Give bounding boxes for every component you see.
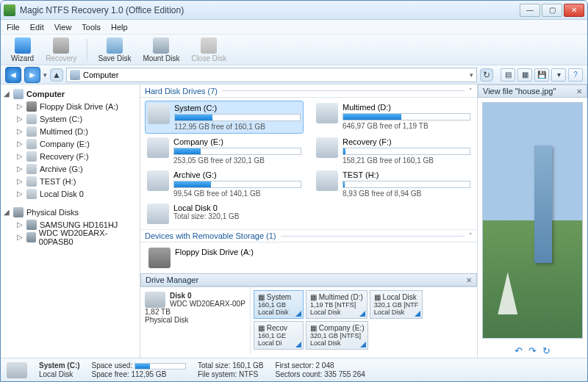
tree-item[interactable]: ▷WDC WD20EARX-00PASB0 xyxy=(1,231,140,243)
drive-manager: Disk 0 WDC WD20EARX-00P 1,82 TB Physical… xyxy=(140,286,477,354)
maximize-button[interactable]: ▢ xyxy=(542,4,562,17)
address-dropdown-icon[interactable]: ▾ xyxy=(470,71,473,79)
view-toggle-1[interactable]: ▤ xyxy=(501,68,515,82)
refresh-button[interactable]: ↻ xyxy=(480,68,493,82)
drive-icon xyxy=(147,170,169,191)
partition[interactable]: ▦ Multimed (D:)1,19 TB [NTFS]Local Disk xyxy=(306,290,368,319)
forward-button[interactable]: ► xyxy=(24,67,40,83)
mount-disk-button[interactable]: Mount Disk xyxy=(137,36,185,64)
menu-edit[interactable]: Edit xyxy=(30,23,44,32)
status-fs: File system: NTFS xyxy=(198,370,264,378)
status-free: Space free: 112,95 GB xyxy=(92,370,186,378)
save-disk-button[interactable]: Save Disk xyxy=(92,36,137,64)
floppy-icon xyxy=(148,248,171,268)
recovery-icon xyxy=(53,37,69,54)
menubar: File Edit View Tools Help xyxy=(1,20,587,35)
view-toggle-3[interactable]: 💾 xyxy=(534,68,549,82)
drive-icon xyxy=(7,362,27,378)
tree-physical-disks[interactable]: ◢Physical Disks xyxy=(1,206,140,218)
partition[interactable]: ▦ Local Disk320,1 GB [NTFLocal Disk xyxy=(370,290,423,319)
tree-panel: ◢Computer ▷Floppy Disk Drive (A:) ▷Syste… xyxy=(1,84,140,358)
drive-item[interactable]: Multimed (D:)646,97 GB free of 1,19 TB xyxy=(314,101,473,134)
tree-item[interactable]: ▷Archive (G:) xyxy=(1,162,140,175)
menu-view[interactable]: View xyxy=(54,23,72,32)
section-hdd[interactable]: Hard Disk Drives (7)˄ xyxy=(140,84,477,98)
drive-item[interactable]: Company (E:)253,05 GB free of 320,1 GB xyxy=(145,135,304,167)
close-panel-icon[interactable]: ✕ xyxy=(466,276,472,284)
drive-item[interactable]: Recovery (F:)158,21 GB free of 160,1 GB xyxy=(314,135,473,167)
tree-item[interactable]: ▷Recovery (F:) xyxy=(1,150,140,162)
status-first-sector: First sector: 2 048 xyxy=(275,361,365,370)
recovery-button: Recovery xyxy=(40,36,82,64)
status-sector-count: Sectors count: 335 755 264 xyxy=(275,370,365,378)
up-button[interactable]: ▲ xyxy=(50,68,63,82)
address-bar[interactable]: ▾ xyxy=(66,68,477,82)
refresh-icon[interactable]: ↻ xyxy=(542,345,551,356)
drive-icon xyxy=(148,104,170,124)
tree-item[interactable]: ▷Floppy Disk Drive (A:) xyxy=(1,100,140,112)
tree-item[interactable]: ▷Company (E:) xyxy=(1,137,140,150)
close-panel-icon[interactable]: ✕ xyxy=(576,87,582,96)
status-used-label: Space used: xyxy=(92,361,133,370)
drive-icon xyxy=(26,176,37,187)
drive-icon xyxy=(26,164,37,174)
drive-item[interactable]: Local Disk 0Total size: 320,1 GB xyxy=(145,201,304,226)
undo-icon[interactable]: ↶ xyxy=(514,345,523,356)
partition[interactable]: ▦ System160,1 GBLocal Disk xyxy=(254,290,304,319)
view-toggle-2[interactable]: ▦ xyxy=(517,68,532,82)
chevron-up-icon: ˄ xyxy=(469,232,473,239)
drive-item[interactable]: Floppy Disk Drive (A:) xyxy=(146,245,471,270)
redo-icon[interactable]: ↷ xyxy=(528,345,537,356)
toolbar: Wizard Recovery Save Disk Mount Disk Clo… xyxy=(1,35,587,65)
tree-item[interactable]: ▷Multimed (D:) xyxy=(1,125,140,137)
drive-icon xyxy=(316,103,338,123)
drive-item[interactable]: Archive (G:)99,54 GB free of 140,1 GB xyxy=(145,168,304,200)
physical-disk-icon xyxy=(13,207,24,217)
main-panel: Hard Disk Drives (7)˄ System (C:)112,95 … xyxy=(140,84,477,358)
tree-item[interactable]: ▷TEST (H:) xyxy=(1,175,140,187)
menu-tools[interactable]: Tools xyxy=(82,23,101,32)
section-removable[interactable]: Devices with Removable Storage (1)˄ xyxy=(140,229,477,242)
address-input[interactable] xyxy=(83,71,467,79)
drive-icon xyxy=(26,139,37,149)
close-button[interactable]: ✕ xyxy=(564,4,584,17)
preview-image xyxy=(482,102,583,339)
partition[interactable]: ▦ Company (E:)320,1 GB [NTFS]Local Disk xyxy=(306,321,368,350)
wizard-icon xyxy=(15,37,31,54)
drive-icon xyxy=(26,151,37,162)
drives-grid: System (C:)112,95 GB free of 160,1 GBMul… xyxy=(140,98,477,229)
status-used-bar xyxy=(135,363,186,370)
status-bar: System (C:)Local Disk Space used: Space … xyxy=(1,358,587,381)
physical-disk-icon xyxy=(26,220,37,230)
computer-icon xyxy=(70,70,80,80)
save-disk-icon xyxy=(107,37,123,54)
titlebar: Magic NTFS Recovery 1.0 (Office Edition)… xyxy=(1,1,587,20)
drive-icon xyxy=(26,126,37,137)
disk-icon xyxy=(145,292,165,308)
disk-summary[interactable]: Disk 0 WDC WD20EARX-00P 1,82 TB Physical… xyxy=(140,287,251,354)
physical-disk-icon xyxy=(26,232,36,242)
computer-icon xyxy=(13,89,24,99)
tree-computer[interactable]: ◢Computer xyxy=(1,87,140,100)
drive-item[interactable]: System (C:)112,95 GB free of 160,1 GB xyxy=(145,101,304,134)
history-dropdown-icon[interactable]: ▾ xyxy=(43,71,47,79)
close-disk-icon xyxy=(201,37,217,54)
menu-help[interactable]: Help xyxy=(111,23,128,32)
drive-icon xyxy=(147,203,169,224)
help-button[interactable]: ? xyxy=(568,68,583,82)
menu-file[interactable]: File xyxy=(7,23,20,32)
window-title: Magic NTFS Recovery 1.0 (Office Edition) xyxy=(20,5,520,15)
tree-item[interactable]: ▷Local Disk 0 xyxy=(1,187,140,200)
floppy-icon xyxy=(26,101,37,112)
back-button[interactable]: ◄ xyxy=(5,67,21,83)
drive-icon xyxy=(316,137,338,158)
tree-item[interactable]: ▷System (C:) xyxy=(1,112,140,125)
chevron-up-icon: ˄ xyxy=(469,87,473,95)
minimize-button[interactable]: ― xyxy=(520,4,540,17)
mount-disk-icon xyxy=(153,37,169,54)
drive-item[interactable]: TEST (H:)8,93 GB free of 8,94 GB xyxy=(314,168,473,200)
partition[interactable]: ▦ Recov160,1 GELocal Di xyxy=(254,321,304,350)
view-toggle-4[interactable]: ▾ xyxy=(551,68,566,82)
status-total: Total size: 160,1 GB xyxy=(198,361,264,370)
wizard-button[interactable]: Wizard xyxy=(5,36,40,64)
